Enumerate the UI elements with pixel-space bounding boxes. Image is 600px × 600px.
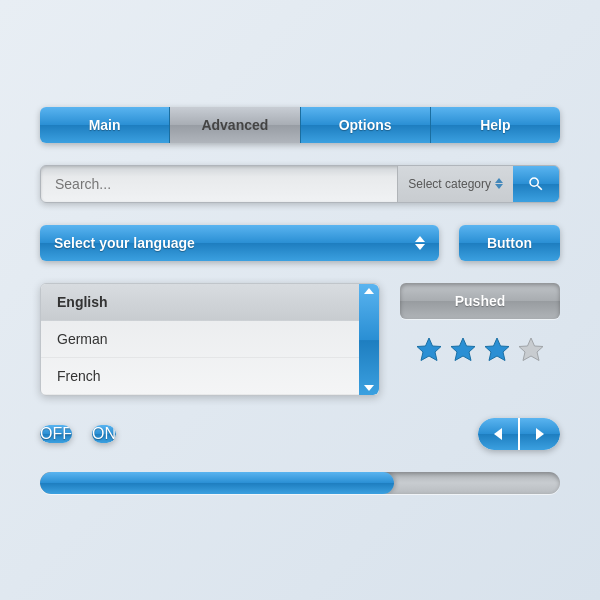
nav-next-button[interactable] bbox=[520, 418, 560, 450]
star-rating[interactable] bbox=[414, 335, 546, 365]
search-input[interactable] bbox=[41, 166, 397, 202]
blue-button[interactable]: Button bbox=[459, 225, 560, 261]
pushed-button[interactable]: Pushed bbox=[400, 283, 560, 319]
nav-prev-button[interactable] bbox=[478, 418, 520, 450]
toggle-on[interactable]: ON bbox=[92, 425, 116, 443]
toggle-on-side: ON bbox=[92, 425, 116, 443]
language-list: English German French bbox=[40, 283, 380, 396]
list-stars-row: English German French Pushed bbox=[40, 283, 560, 396]
tab-main[interactable]: Main bbox=[40, 107, 170, 143]
progress-bar[interactable] bbox=[40, 472, 560, 494]
controls-row: Select your language Button bbox=[40, 225, 560, 261]
list-item[interactable]: German bbox=[41, 321, 379, 358]
toggle-off[interactable]: OFF bbox=[40, 425, 72, 443]
list-item[interactable]: English bbox=[41, 284, 379, 321]
dropdown-label: Select your language bbox=[54, 235, 195, 251]
spinner-down-icon bbox=[495, 184, 503, 189]
star-3-icon[interactable] bbox=[482, 335, 512, 365]
chevron-left-icon bbox=[494, 428, 502, 440]
svg-marker-2 bbox=[485, 338, 509, 361]
search-bar: Select category bbox=[40, 165, 560, 203]
scroll-up-icon bbox=[364, 288, 374, 294]
tab-bar: Main Advanced Options Help bbox=[40, 107, 560, 143]
arrow-down-icon bbox=[415, 244, 425, 250]
list-item[interactable]: French bbox=[41, 358, 379, 395]
star-1-icon[interactable] bbox=[414, 335, 444, 365]
language-dropdown[interactable]: Select your language bbox=[40, 225, 439, 261]
search-button[interactable] bbox=[513, 166, 559, 202]
star-4-icon[interactable] bbox=[516, 335, 546, 365]
spinner-arrows bbox=[495, 178, 503, 189]
svg-marker-1 bbox=[451, 338, 475, 361]
scroll-down-icon bbox=[364, 385, 374, 391]
tab-options[interactable]: Options bbox=[301, 107, 431, 143]
category-selector[interactable]: Select category bbox=[397, 166, 513, 202]
main-container: Main Advanced Options Help Select catego… bbox=[40, 107, 560, 494]
search-icon bbox=[527, 175, 545, 193]
toggles-row: OFF ON bbox=[40, 418, 560, 450]
arrow-up-icon bbox=[415, 236, 425, 242]
star-2-icon[interactable] bbox=[448, 335, 478, 365]
toggle-blue-side: OFF bbox=[40, 425, 72, 443]
svg-marker-0 bbox=[417, 338, 441, 361]
progress-fill bbox=[40, 472, 394, 494]
dropdown-arrows bbox=[415, 236, 425, 250]
tab-help[interactable]: Help bbox=[431, 107, 560, 143]
right-panel: Pushed bbox=[400, 283, 560, 365]
navigation-arrows bbox=[478, 418, 560, 450]
chevron-right-icon bbox=[536, 428, 544, 440]
category-label: Select category bbox=[408, 177, 491, 191]
list-scrollbar[interactable] bbox=[359, 284, 379, 395]
svg-marker-3 bbox=[519, 338, 543, 361]
tab-advanced[interactable]: Advanced bbox=[170, 107, 300, 143]
spinner-up-icon bbox=[495, 178, 503, 183]
